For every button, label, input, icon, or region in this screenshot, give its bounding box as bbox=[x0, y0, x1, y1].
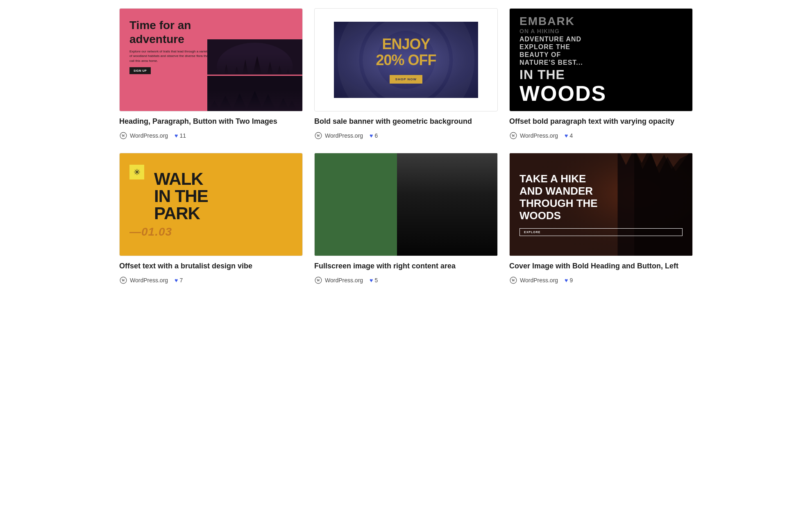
svg-marker-12 bbox=[217, 96, 234, 111]
card-5[interactable]: Fullscreen image with right content area… bbox=[314, 153, 498, 284]
heart-icon: ♥ bbox=[175, 132, 178, 139]
svg-marker-7 bbox=[264, 62, 276, 75]
svg-text:W: W bbox=[512, 134, 515, 138]
wordpress-icon: W bbox=[314, 132, 322, 140]
card-2[interactable]: ENJOY 20% OFF SHOP NOW Bold sale banner … bbox=[314, 8, 498, 140]
card-4-date: —01.03 bbox=[129, 225, 293, 238]
card-5-preview[interactable] bbox=[314, 153, 498, 256]
card-6-content: TAKE A HIKE AND WANDER THROUGH THE WOODS… bbox=[510, 153, 692, 256]
card-5-title: Fullscreen image with right content area bbox=[314, 261, 498, 271]
card-3-embark: EMBARK bbox=[519, 16, 683, 27]
svg-text:W: W bbox=[317, 134, 320, 138]
svg-marker-35 bbox=[495, 186, 497, 204]
card-5-right bbox=[397, 153, 497, 256]
svg-rect-27 bbox=[397, 153, 497, 204]
svg-marker-16 bbox=[276, 98, 290, 111]
card-3-title: Offset bold paragraph text with varying … bbox=[509, 116, 693, 127]
svg-marker-34 bbox=[476, 182, 497, 204]
svg-marker-9 bbox=[284, 69, 293, 75]
card-5-likes: ♥ 5 bbox=[370, 277, 378, 284]
card-5-left bbox=[315, 153, 397, 256]
card-4-preview[interactable]: ✳ WALK IN THE PARK —01.03 bbox=[119, 153, 303, 256]
svg-marker-6 bbox=[250, 56, 264, 75]
svg-text:W: W bbox=[122, 134, 125, 138]
card-2-likes: ♥ 6 bbox=[370, 132, 378, 139]
svg-marker-17 bbox=[286, 100, 298, 111]
svg-rect-37 bbox=[445, 179, 450, 230]
svg-marker-30 bbox=[406, 176, 427, 204]
card-4[interactable]: ✳ WALK IN THE PARK —01.03 Offset text wi… bbox=[119, 153, 303, 284]
card-4-star: ✳ bbox=[129, 165, 144, 179]
card-6-likes: ♥ 9 bbox=[565, 277, 573, 284]
card-1-heading: Time for an adventure bbox=[129, 18, 219, 46]
card-4-author: W WordPress.org bbox=[119, 276, 168, 284]
card-6-title: Cover Image with Bold Heading and Button… bbox=[509, 261, 693, 271]
svg-marker-2 bbox=[217, 71, 225, 75]
card-1-button: SIGN UP bbox=[129, 67, 151, 74]
wordpress-icon: W bbox=[509, 132, 517, 140]
svg-marker-5 bbox=[240, 59, 250, 75]
card-1-image-1 bbox=[207, 39, 302, 75]
card-1-meta: W WordPress.org ♥ 11 bbox=[119, 132, 303, 140]
card-2-inner: ENJOY 20% OFF SHOP NOW bbox=[334, 22, 478, 98]
svg-rect-36 bbox=[442, 179, 451, 230]
card-grid: Time for an adventure Explore our networ… bbox=[119, 8, 693, 284]
heart-icon: ♥ bbox=[565, 277, 568, 284]
card-6-preview[interactable]: TAKE A HIKE AND WANDER THROUGH THE WOODS… bbox=[509, 153, 693, 256]
card-5-author: W WordPress.org bbox=[314, 276, 363, 284]
card-2-meta: W WordPress.org ♥ 6 bbox=[314, 132, 498, 140]
heart-icon: ♥ bbox=[370, 132, 373, 139]
card-3-meta: W WordPress.org ♥ 4 bbox=[509, 132, 693, 140]
card-1-title: Heading, Paragraph, Button with Two Imag… bbox=[119, 116, 303, 127]
card-3[interactable]: EMBARK ON A HIKING ADVENTURE AND EXPLORE… bbox=[509, 8, 693, 140]
card-6-author: W WordPress.org bbox=[509, 276, 558, 284]
card-1-author: W WordPress.org bbox=[119, 132, 168, 140]
svg-marker-4 bbox=[231, 66, 243, 75]
svg-marker-33 bbox=[460, 178, 483, 205]
card-6-meta: W WordPress.org ♥ 9 bbox=[509, 276, 693, 284]
card-3-woods: WOODS bbox=[519, 83, 683, 104]
card-3-adventure: ADVENTURE AND EXPLORE THE BEAUTY OF NATU… bbox=[519, 35, 683, 67]
card-4-title: Offset text with a brutalist design vibe bbox=[119, 261, 303, 271]
heart-icon: ♥ bbox=[565, 132, 568, 139]
svg-marker-15 bbox=[260, 94, 277, 111]
card-2-text: ENJOY 20% OFF bbox=[376, 36, 436, 68]
svg-rect-26 bbox=[397, 153, 497, 256]
svg-marker-31 bbox=[422, 180, 445, 204]
svg-marker-3 bbox=[222, 64, 231, 75]
svg-marker-13 bbox=[231, 93, 248, 111]
svg-point-40 bbox=[450, 227, 482, 243]
svg-marker-32 bbox=[438, 173, 463, 204]
card-5-meta: W WordPress.org ♥ 5 bbox=[314, 276, 498, 284]
svg-text:W: W bbox=[122, 279, 125, 282]
card-1-likes: ♥ 11 bbox=[175, 132, 186, 139]
card-2-preview[interactable]: ENJOY 20% OFF SHOP NOW bbox=[314, 8, 498, 111]
card-1-image-2 bbox=[207, 76, 302, 111]
wordpress-icon: W bbox=[119, 276, 127, 284]
svg-text:W: W bbox=[512, 279, 515, 282]
card-3-preview[interactable]: EMBARK ON A HIKING ADVENTURE AND EXPLORE… bbox=[509, 8, 693, 111]
card-1-subtext: Explore our network of trails that lead … bbox=[129, 49, 211, 63]
card-3-on-hiking: ON A HIKING bbox=[519, 28, 683, 34]
svg-text:W: W bbox=[317, 279, 320, 282]
heart-icon: ♥ bbox=[370, 277, 373, 284]
card-1[interactable]: Time for an adventure Explore our networ… bbox=[119, 8, 303, 140]
card-2-button: SHOP NOW bbox=[390, 75, 422, 84]
card-4-likes: ♥ 7 bbox=[175, 277, 183, 284]
card-6[interactable]: TAKE A HIKE AND WANDER THROUGH THE WOODS… bbox=[509, 153, 693, 284]
svg-rect-10 bbox=[207, 76, 302, 111]
card-4-meta: W WordPress.org ♥ 7 bbox=[119, 276, 303, 284]
card-1-preview[interactable]: Time for an adventure Explore our networ… bbox=[119, 8, 303, 111]
heart-icon: ♥ bbox=[175, 277, 178, 284]
card-4-text: WALK IN THE PARK bbox=[154, 170, 293, 222]
card-3-likes: ♥ 4 bbox=[565, 132, 573, 139]
wordpress-icon: W bbox=[314, 276, 322, 284]
svg-point-41 bbox=[434, 224, 460, 234]
card-2-author: W WordPress.org bbox=[314, 132, 363, 140]
card-3-author: W WordPress.org bbox=[509, 132, 558, 140]
card-2-title: Bold sale banner with geometric backgrou… bbox=[314, 116, 498, 127]
card-6-button: EXPLORE bbox=[519, 228, 683, 236]
wordpress-icon: W bbox=[509, 276, 517, 284]
wordpress-icon: W bbox=[119, 132, 127, 140]
card-1-images bbox=[207, 39, 302, 111]
